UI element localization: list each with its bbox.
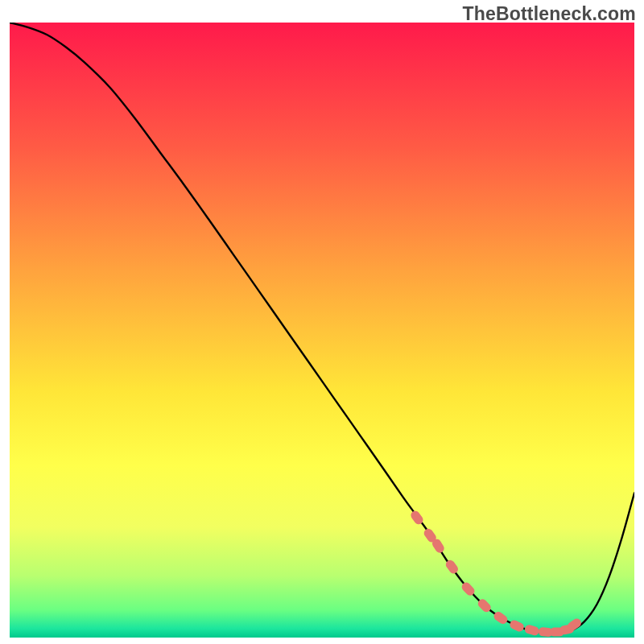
watermark-label: TheBottleneck.com <box>462 3 636 25</box>
chart-svg <box>10 23 634 638</box>
gradient-background <box>10 23 634 638</box>
plot-area <box>10 23 634 638</box>
chart-frame: TheBottleneck.com <box>0 0 644 644</box>
